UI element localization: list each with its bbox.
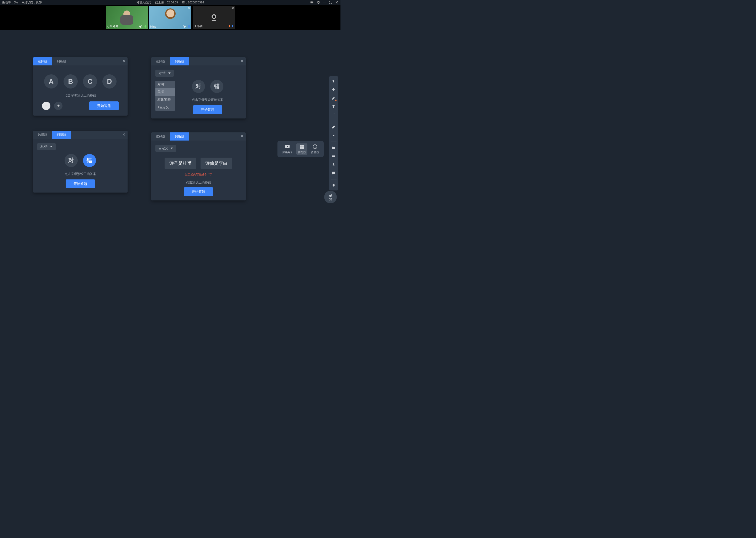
answer-panel-judge-dropdown: 选择题 判断题 ✕ 对/错 对/错 美/丑 精致/粗糙 +自定义 对 错 点击字… [151, 57, 246, 119]
tab-judge[interactable]: 判断题 [52, 131, 71, 139]
color-picker-tool[interactable] [331, 133, 337, 138]
folder-tool[interactable] [331, 145, 337, 151]
remove-option-button[interactable]: − [42, 102, 50, 110]
id-value: 2020070324 [188, 1, 204, 4]
camera-icon[interactable] [310, 1, 314, 4]
custom-chip[interactable]: 诗圣是杜甫 [165, 158, 196, 169]
video-name: 王小明 [194, 24, 203, 28]
hint-text: 点击字母预设正确答案 [174, 98, 242, 102]
class-time-value: 02:34:09 [167, 1, 178, 4]
svg-point-4 [333, 163, 334, 165]
dropdown-item[interactable]: 对/错 [155, 81, 175, 88]
tab-choice[interactable]: 选择题 [33, 131, 52, 139]
hand-count: 0/2 [329, 198, 332, 201]
dropdown-value: 对/错 [40, 144, 48, 149]
class-time-label: 已上课： [155, 1, 167, 4]
move-tool[interactable] [331, 87, 337, 92]
start-answer-button[interactable]: 开始答题 [184, 187, 213, 196]
eraser-tool[interactable] [331, 124, 337, 130]
network-value: 良好 [36, 1, 42, 4]
video-bar: 叮当老师 × Nina × 王小明 [0, 5, 341, 30]
start-answer-button[interactable]: 开始答题 [193, 105, 222, 114]
option-a[interactable]: A [44, 74, 58, 88]
svg-rect-9 [302, 147, 304, 149]
video-cell-student-1[interactable]: × Nina [149, 6, 191, 29]
fullscreen-icon[interactable] [329, 1, 333, 4]
video-cell-teacher[interactable]: 叮当老师 [106, 6, 148, 29]
bell-tool[interactable] [331, 183, 337, 188]
dropdown-item[interactable]: 美/丑 [155, 88, 175, 96]
chevron-down-icon [168, 72, 170, 74]
svg-rect-8 [300, 147, 302, 149]
settings-icon[interactable] [316, 1, 320, 4]
dropdown-menu: 对/错 美/丑 精致/粗糙 +自定义 [155, 81, 175, 111]
video-name: Nina [150, 25, 157, 28]
start-answer-button[interactable]: 开始答题 [89, 101, 118, 110]
id-label: ID： [182, 1, 188, 4]
option-d[interactable]: D [102, 74, 117, 88]
hint-text: 点击字母预设正确答案 [37, 93, 123, 98]
webcam-off-icon [209, 13, 219, 22]
video-close-icon[interactable]: × [188, 6, 190, 10]
screen-share-button[interactable]: 屏幕共享 [281, 143, 294, 155]
panel-close-icon[interactable]: ✕ [122, 59, 125, 63]
option-c[interactable]: C [83, 74, 97, 88]
user-tool[interactable] [331, 162, 337, 168]
mic-muted-icon [228, 25, 234, 28]
dropdown-value: 自定义 [159, 146, 168, 150]
keyboard-tool[interactable] [331, 153, 337, 159]
tab-judge[interactable]: 判断题 [170, 133, 189, 140]
cursor-tool[interactable] [331, 78, 337, 84]
scissors-tool[interactable] [331, 112, 337, 118]
top-status-bar: 丢包率：0% 网络状态：良好 神秘大自然 已上课：02:34:09 ID：202… [0, 0, 341, 5]
panel-close-icon[interactable]: ✕ [240, 59, 244, 63]
svg-rect-6 [300, 145, 302, 146]
option-true[interactable]: 对 [192, 80, 205, 93]
chat-tool[interactable] [331, 170, 337, 176]
start-answer-button[interactable]: 开始答题 [66, 180, 95, 188]
option-b[interactable]: B [64, 74, 78, 88]
tool-label: 屏幕共享 [282, 150, 293, 154]
network-label: 网络状态： [22, 1, 36, 4]
custom-chip[interactable]: 诗仙是李白 [201, 158, 232, 169]
text-tool[interactable] [331, 103, 337, 109]
judge-type-dropdown[interactable]: 对/错 [37, 143, 56, 150]
tab-choice[interactable]: 选择题 [151, 57, 170, 65]
svg-rect-3 [332, 155, 335, 157]
teaching-tools-popup: 屏幕共享 答题器 抢答器 [277, 141, 324, 157]
close-icon[interactable]: ✕ [335, 0, 338, 4]
option-true[interactable]: 对 [65, 154, 78, 167]
custom-limit-warning: 自定义内容最多5个字 [155, 173, 242, 177]
tab-judge[interactable]: 判断题 [52, 57, 71, 65]
answer-panel-choice: 选择题 判断题 ✕ A B C D 点击字母预设正确答案 − + 开始答题 [33, 57, 127, 116]
panel-close-icon[interactable]: ✕ [122, 133, 125, 136]
video-cell-student-2[interactable]: × 王小明 [193, 6, 235, 29]
minimize-icon[interactable]: — [323, 0, 326, 4]
answer-tool-button[interactable]: 答题器 [296, 143, 307, 155]
record-indicator-icon [183, 25, 186, 27]
hint-text: 点击预设正确答案 [155, 180, 242, 185]
add-option-button[interactable]: + [54, 102, 63, 110]
panel-close-icon[interactable]: ✕ [240, 134, 244, 138]
dropdown-value: 对/错 [159, 71, 165, 76]
class-title: 神秘大自然 [136, 1, 151, 4]
option-false[interactable]: 错 [210, 80, 223, 93]
answer-panel-judge-selected: 选择题 判断题 ✕ 对/错 对 错 点击字母预设正确答案 开始答题 [33, 131, 127, 192]
judge-type-dropdown[interactable]: 自定义 [155, 145, 176, 152]
packet-loss-label: 丢包率： [2, 1, 14, 4]
dropdown-item[interactable]: 精致/粗糙 [155, 96, 175, 103]
quick-answer-button[interactable]: 抢答器 [309, 143, 320, 155]
dropdown-item[interactable]: +自定义 [155, 103, 175, 111]
tab-judge[interactable]: 判断题 [170, 57, 189, 65]
video-name: 叮当老师 [107, 24, 118, 28]
tab-choice[interactable]: 选择题 [151, 133, 170, 140]
raise-hand-button[interactable]: 0/2 [324, 191, 337, 203]
video-close-icon[interactable]: × [232, 6, 234, 10]
hand-icon [328, 193, 333, 198]
judge-type-dropdown[interactable]: 对/错 [155, 70, 174, 77]
pen-tool[interactable] [331, 95, 337, 101]
option-false[interactable]: 错 [83, 154, 96, 167]
tab-choice[interactable]: 选择题 [33, 57, 52, 65]
packet-loss-value: 0% [14, 1, 18, 4]
mic-icon [144, 25, 147, 28]
